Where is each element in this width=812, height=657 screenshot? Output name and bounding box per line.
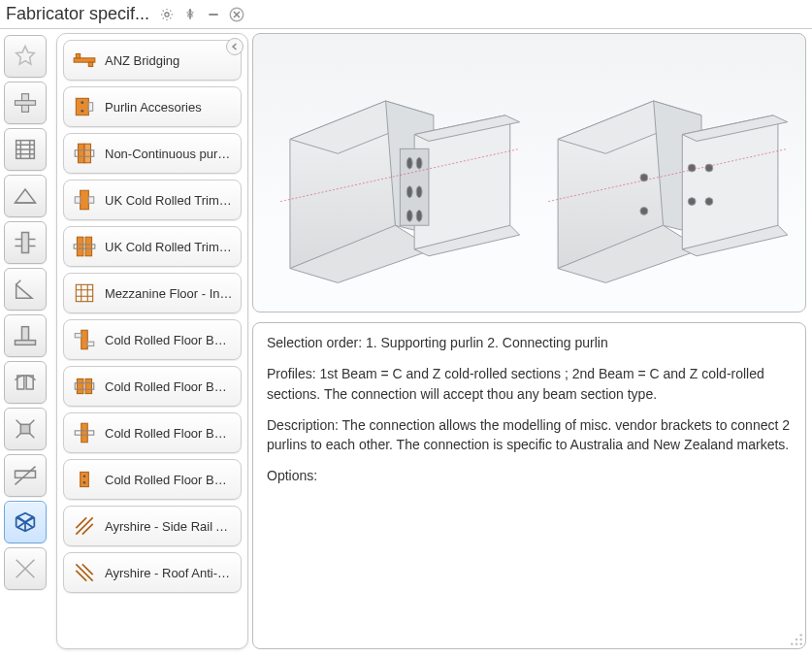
svg-point-45 <box>640 174 648 181</box>
purlin-acc-icon <box>72 94 97 119</box>
svg-point-50 <box>705 198 713 206</box>
noncont-icon <box>72 141 97 166</box>
svg-rect-29 <box>87 342 94 345</box>
floorbeam1-icon <box>72 327 97 352</box>
svg-rect-20 <box>81 190 89 210</box>
svg-rect-16 <box>88 103 92 112</box>
list-cold-rolled-floor-beam-3[interactable]: Cold Rolled Floor Bea... <box>63 412 242 453</box>
svg-rect-12 <box>88 62 92 66</box>
list-item-label: Cold Rolled Floor Bea... <box>105 379 233 394</box>
list-item-label: UK Cold Rolled Trimm... <box>105 240 233 254</box>
svg-point-56 <box>791 643 793 645</box>
collapse-left-icon[interactable] <box>226 38 244 55</box>
trimmer2-icon <box>72 234 97 259</box>
svg-rect-38 <box>400 148 429 225</box>
sidebar-angle[interactable] <box>4 268 47 311</box>
svg-rect-21 <box>75 197 80 204</box>
sidebar-favorites[interactable] <box>4 35 47 78</box>
list-uk-cold-rolled-trimmer-1[interactable]: UK Cold Rolled Trimm... <box>63 180 242 220</box>
svg-point-51 <box>800 634 802 636</box>
svg-rect-27 <box>81 330 88 349</box>
minimize-icon[interactable] <box>204 5 223 24</box>
pin-icon[interactable] <box>180 5 200 24</box>
sidebar-column[interactable] <box>4 128 47 171</box>
list-ayrshire-roof-anti-sag[interactable]: Ayrshire - Roof Anti-S... <box>63 552 242 593</box>
svg-point-41 <box>406 186 412 198</box>
svg-rect-8 <box>20 424 29 433</box>
floorbeam4-icon <box>72 467 97 492</box>
svg-point-47 <box>688 164 696 172</box>
svg-point-52 <box>800 639 802 641</box>
roofanti-icon <box>72 560 97 585</box>
list-item-label: Non-Continuous purli... <box>105 147 233 161</box>
list-item-label: ANZ Bridging <box>105 53 179 68</box>
sidebar-misc1[interactable] <box>4 408 47 450</box>
preview-pane <box>252 33 806 312</box>
resize-grip-icon[interactable] <box>790 633 803 646</box>
floorbeam3-icon <box>72 420 97 445</box>
list-mezzanine-floor-inset[interactable]: Mezzanine Floor - Inset <box>63 273 242 313</box>
sidebar-fabricator-specific[interactable] <box>4 501 47 543</box>
list-item-label: Cold Rolled Floor Bea... <box>105 473 233 487</box>
list-item-label: Cold Rolled Floor Bea... <box>105 333 233 347</box>
svg-point-36 <box>83 475 86 477</box>
svg-rect-28 <box>75 334 81 338</box>
trimmer1-icon <box>72 187 97 213</box>
list-purlin-accessories[interactable]: Purlin Accesories <box>63 86 242 127</box>
svg-point-14 <box>81 101 83 104</box>
sidebar-crossed[interactable] <box>4 547 47 590</box>
svg-rect-31 <box>85 378 92 393</box>
svg-rect-10 <box>74 58 95 62</box>
sidebar-purlin[interactable] <box>4 454 47 497</box>
list-cold-rolled-floor-beam-4[interactable]: Cold Rolled Floor Bea... <box>63 459 242 500</box>
list-ayrshire-side-rail[interactable]: Ayrshire - Side Rail An... <box>63 506 242 546</box>
svg-point-0 <box>165 12 169 16</box>
category-sidebar <box>4 33 52 649</box>
sidebar-bracing[interactable] <box>4 221 47 264</box>
sidebar-baseplate[interactable] <box>4 314 47 357</box>
list-non-continuous-purlin[interactable]: Non-Continuous purli... <box>63 133 242 174</box>
description-pane: Selection order: 1. Supporting purlin 2.… <box>252 322 806 649</box>
list-item-label: Purlin Accesories <box>105 100 202 115</box>
list-cold-rolled-floor-beam-2[interactable]: Cold Rolled Floor Bea... <box>63 366 242 407</box>
svg-rect-18 <box>84 144 91 163</box>
window-title: Fabricator specif... <box>6 4 153 24</box>
list-uk-cold-rolled-trimmer-2[interactable]: UK Cold Rolled Trimm... <box>63 226 242 267</box>
list-item-label: UK Cold Rolled Trimm... <box>105 193 233 208</box>
svg-point-53 <box>800 643 802 645</box>
svg-rect-5 <box>22 233 29 253</box>
svg-point-42 <box>416 186 422 198</box>
svg-rect-17 <box>79 144 85 163</box>
connection-preview-diagram <box>253 34 805 312</box>
svg-point-40 <box>416 157 422 169</box>
svg-point-43 <box>406 210 412 221</box>
list-anz-bridging[interactable]: ANZ Bridging <box>63 40 242 81</box>
close-icon[interactable] <box>227 5 246 24</box>
sidebar-beam[interactable] <box>4 82 47 124</box>
list-item-label: Ayrshire - Side Rail An... <box>105 519 233 534</box>
sidebar-splice[interactable] <box>4 361 47 404</box>
svg-point-39 <box>406 157 412 169</box>
svg-rect-30 <box>77 378 83 393</box>
svg-rect-22 <box>88 197 93 204</box>
gear-icon[interactable] <box>157 5 177 24</box>
list-cold-rolled-floor-beam-1[interactable]: Cold Rolled Floor Bea... <box>63 319 242 360</box>
mezz-icon <box>72 280 97 306</box>
svg-rect-33 <box>81 423 88 443</box>
svg-point-44 <box>416 210 422 221</box>
connection-list-panel: ANZ Bridging Purlin Accesories Non-Conti… <box>56 33 248 649</box>
list-item-label: Ayrshire - Roof Anti-S... <box>105 566 233 580</box>
svg-point-37 <box>83 481 86 484</box>
svg-point-46 <box>640 208 648 215</box>
svg-rect-11 <box>76 54 80 58</box>
description-text: Description: The connection allows the m… <box>267 415 792 455</box>
sidebar-roof[interactable] <box>4 175 47 217</box>
svg-point-48 <box>705 164 713 172</box>
svg-rect-6 <box>22 327 29 341</box>
profiles-text: Profiles: 1st Beam = C and Z cold-rolled… <box>267 364 792 404</box>
svg-point-15 <box>81 110 83 113</box>
svg-rect-23 <box>77 237 83 256</box>
list-item-label: Cold Rolled Floor Bea... <box>105 426 233 441</box>
svg-rect-9 <box>16 471 36 477</box>
selection-order-text: Selection order: 1. Supporting purlin 2.… <box>267 333 792 352</box>
